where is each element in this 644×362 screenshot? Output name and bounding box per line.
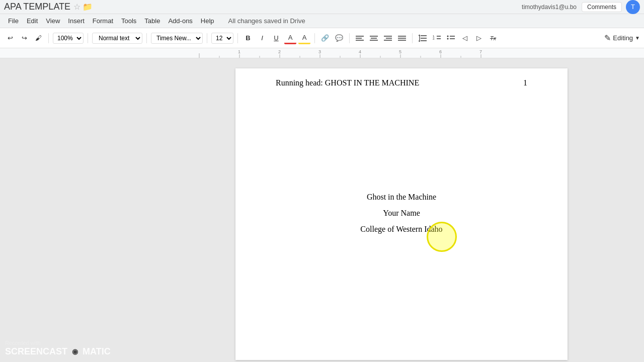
comment-button[interactable]: 💬 (333, 32, 345, 44)
redo-button[interactable]: ↪ (18, 32, 30, 44)
save-status: All changes saved in Drive (228, 17, 305, 25)
paintformat-button[interactable]: 🖌 (32, 32, 44, 44)
running-head: Running head: GHOST IN THE MACHINE (276, 78, 419, 87)
comments-button[interactable]: Comments (582, 2, 622, 12)
title-line: Ghost in the Machine (367, 189, 436, 205)
edit-icon: ✎ (604, 33, 611, 43)
user-email: timothydavis1@u.bo (522, 4, 577, 11)
clear-format-button[interactable]: Tx (487, 32, 499, 44)
svg-text:7: 7 (479, 49, 482, 54)
page-container: Running head: GHOST IN THE MACHINE 1 Gho… (159, 58, 644, 362)
editing-label-text: Editing (613, 34, 633, 42)
decrease-indent-button[interactable]: ◁ (459, 32, 471, 44)
svg-point-19 (447, 35, 449, 37)
author-line: Your Name (383, 205, 420, 221)
undo-button[interactable]: ↩ (4, 32, 16, 44)
menu-item-edit[interactable]: Edit (23, 16, 42, 26)
italic-button[interactable]: I (256, 32, 268, 44)
menu-item-format[interactable]: Format (89, 16, 117, 26)
page-number: 1 (523, 78, 527, 87)
star-icon[interactable]: ☆ (73, 2, 80, 12)
chevron-down-icon[interactable]: ▼ (635, 35, 640, 41)
bold-button[interactable]: B (242, 32, 254, 44)
menu-item-tools[interactable]: Tools (117, 16, 140, 26)
left-panel (0, 58, 159, 362)
svg-text:2.: 2. (433, 37, 435, 40)
highlight-button[interactable]: A (298, 32, 310, 44)
align-center-button[interactable] (368, 32, 380, 44)
editing-indicator[interactable]: ✎ Editing ▼ (604, 33, 640, 43)
align-right-button[interactable] (382, 32, 394, 44)
link-button[interactable]: 🔗 (319, 32, 331, 44)
align-left-button[interactable] (354, 32, 366, 44)
align-justify-button[interactable] (396, 32, 408, 44)
svg-text:2: 2 (278, 49, 281, 54)
brand-circle: ◉ (69, 346, 80, 357)
doc-title[interactable]: APA TEMPLATE (4, 2, 70, 12)
menu-item-addons[interactable]: Add-ons (164, 16, 196, 26)
menu-item-file[interactable]: File (4, 16, 23, 26)
toolbar: ↩ ↪ 🖌 100% 75% 50% 125% 150% Normal text… (0, 28, 644, 48)
zoom-select[interactable]: 100% 75% 50% 125% 150% (53, 33, 84, 44)
page-header: Running head: GHOST IN THE MACHINE 1 (276, 78, 527, 87)
line-spacing-button[interactable] (417, 32, 429, 44)
menu-item-view[interactable]: View (42, 16, 64, 26)
brand-text-screencast: SCREENCAST (5, 346, 67, 357)
numbered-list-button[interactable]: 1.2. (431, 32, 443, 44)
menu-bar: File Edit View Insert Format Tools Table… (0, 14, 644, 28)
main-area: Running head: GHOST IN THE MACHINE 1 Gho… (0, 58, 644, 362)
menu-item-help[interactable]: Help (197, 16, 218, 26)
style-select[interactable]: Normal text Title Heading 1 Heading 2 He… (92, 33, 142, 44)
title-bar: APA TEMPLATE ☆ 📁 timothydavis1@u.bo Comm… (0, 0, 644, 14)
separator (88, 33, 88, 43)
recorded-with-text: Recorded with (5, 340, 111, 346)
bullet-list-button[interactable] (445, 32, 457, 44)
menu-item-table[interactable]: Table (140, 16, 164, 26)
brand-name: SCREENCAST ◉ MATIC (5, 346, 111, 357)
ruler: 1 2 3 4 5 6 7 (0, 48, 644, 58)
increase-indent-button[interactable]: ▷ (473, 32, 485, 44)
separator (207, 33, 207, 43)
svg-text:3: 3 (318, 49, 321, 54)
separator (146, 33, 147, 43)
avatar[interactable]: T (626, 0, 640, 14)
page-content: Ghost in the Machine Your Name College o… (276, 99, 527, 237)
separator (48, 33, 49, 43)
menu-item-insert[interactable]: Insert (64, 16, 89, 26)
underline-button[interactable]: U (270, 32, 282, 44)
watermark: Recorded with SCREENCAST ◉ MATIC (5, 340, 111, 357)
separator (349, 33, 350, 43)
brand-text-matic: MATIC (83, 346, 111, 357)
svg-text:5: 5 (399, 49, 401, 54)
document-page[interactable]: Running head: GHOST IN THE MACHINE 1 Gho… (235, 68, 568, 360)
svg-text:6: 6 (439, 49, 442, 54)
svg-text:4: 4 (359, 49, 361, 54)
font-size-select[interactable]: 12 8 10 14 18 24 (211, 33, 233, 44)
separator (412, 33, 413, 43)
institution-line: College of Western Idaho (360, 221, 442, 237)
font-select[interactable]: Times New... Arial Calibri Georgia (151, 33, 203, 44)
folder-icon[interactable]: 📁 (83, 2, 93, 12)
text-color-button[interactable]: A (284, 32, 296, 44)
separator (314, 33, 315, 43)
svg-text:1: 1 (238, 49, 240, 54)
svg-point-20 (447, 38, 449, 39)
separator (237, 33, 238, 43)
